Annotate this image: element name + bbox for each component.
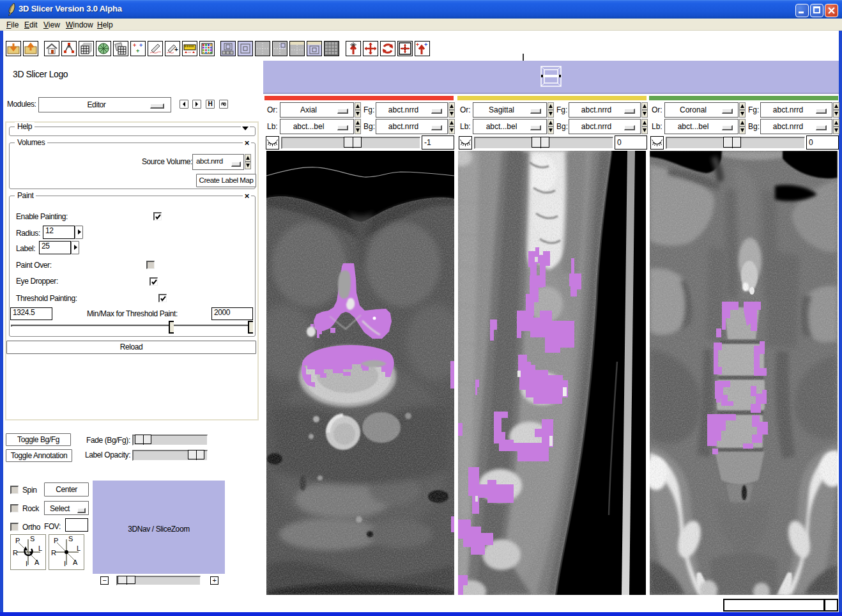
svg-text:+: + bbox=[136, 48, 139, 54]
svg-text:I: I bbox=[64, 560, 66, 567]
svg-text:P: P bbox=[54, 537, 58, 544]
svg-text:S: S bbox=[68, 535, 73, 543]
svg-text:A: A bbox=[73, 558, 78, 566]
svg-text:+: + bbox=[416, 42, 419, 48]
svg-text:P: P bbox=[15, 537, 20, 544]
svg-text:+: + bbox=[424, 42, 427, 48]
svg-text:+: + bbox=[139, 42, 142, 49]
svg-text:L: L bbox=[77, 544, 80, 552]
svg-text:R: R bbox=[51, 549, 56, 557]
svg-text:R: R bbox=[13, 549, 18, 557]
svg-text:S: S bbox=[30, 535, 34, 543]
svg-text:I: I bbox=[26, 560, 27, 567]
svg-text:L: L bbox=[38, 544, 42, 552]
svg-text:+: + bbox=[174, 46, 178, 53]
svg-text:A: A bbox=[34, 558, 40, 566]
